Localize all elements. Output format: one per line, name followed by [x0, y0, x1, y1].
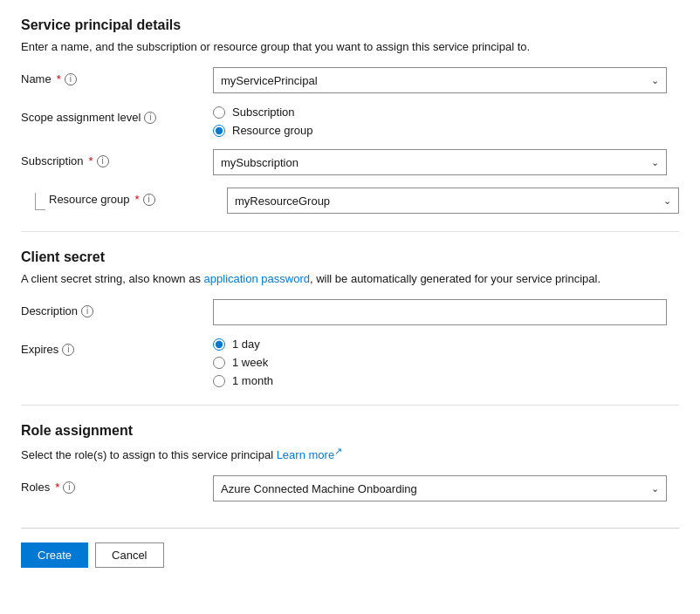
application-password-link[interactable]: application password	[204, 272, 310, 285]
name-dropdown-chevron: ⌄	[651, 75, 659, 86]
scope-resource-group-label: Resource group	[232, 124, 313, 137]
resource-group-info-icon[interactable]: i	[143, 194, 155, 206]
expires-1month-label: 1 month	[232, 374, 273, 387]
resource-group-row: Resource group * i myResourceGroup ⌄	[35, 188, 679, 214]
expires-1day-label: 1 day	[232, 338, 260, 351]
expires-1week-label: 1 week	[232, 356, 268, 369]
description-label-text: Description	[21, 304, 78, 317]
scope-control-area: Subscription Resource group	[213, 106, 679, 137]
description-info-icon[interactable]: i	[81, 305, 93, 317]
subscription-required-marker: *	[89, 154, 93, 167]
roles-info-icon[interactable]: i	[63, 481, 75, 494]
role-assignment-title: Role assignment	[21, 423, 679, 439]
roles-row: Roles * i Azure Connected Machine Onboar…	[21, 475, 679, 501]
subscription-info-icon[interactable]: i	[97, 155, 109, 167]
cancel-button[interactable]: Cancel	[95, 542, 163, 568]
scope-option-resource-group[interactable]: Resource group	[213, 124, 679, 137]
expires-option-1week[interactable]: 1 week	[213, 356, 679, 369]
expires-radio-1day[interactable]	[213, 338, 225, 351]
expires-radio-1week[interactable]	[213, 357, 225, 369]
section-divider-1	[21, 231, 679, 232]
resource-group-indent-line	[35, 193, 45, 210]
scope-subscription-label: Subscription	[232, 106, 295, 119]
scope-label-text: Scope assignment level	[21, 111, 141, 124]
name-label: Name * i	[21, 67, 213, 85]
expires-radio-1month[interactable]	[213, 375, 225, 387]
scope-radio-subscription[interactable]	[213, 106, 225, 119]
learn-more-label: Learn more	[277, 448, 334, 461]
resource-group-control-area: myResourceGroup ⌄	[227, 188, 679, 214]
learn-more-link[interactable]: Learn more↗	[277, 448, 342, 461]
expires-radio-group: 1 day 1 week 1 month	[213, 338, 679, 387]
subscription-dropdown-chevron: ⌄	[651, 157, 659, 168]
resource-group-label: Resource group * i	[49, 188, 227, 206]
resource-group-label-text: Resource group	[49, 193, 130, 206]
expires-row: Expires i 1 day 1 week 1 month	[21, 338, 679, 387]
scope-label: Scope assignment level i	[21, 106, 213, 124]
resource-group-required-marker: *	[135, 193, 140, 206]
page-title: Service principal details	[21, 17, 679, 33]
expires-control-area: 1 day 1 week 1 month	[213, 338, 679, 387]
section-divider-2	[21, 405, 679, 406]
name-dropdown[interactable]: myServicePrincipal ⌄	[213, 67, 667, 93]
roles-dropdown-value: Azure Connected Machine Onboarding	[221, 482, 417, 495]
description-control-area	[213, 299, 679, 325]
description-row: Description i	[21, 299, 679, 325]
description-label: Description i	[21, 299, 213, 317]
scope-option-subscription[interactable]: Subscription	[213, 106, 679, 119]
footer-bar: Create Cancel	[21, 528, 679, 568]
roles-dropdown[interactable]: Azure Connected Machine Onboarding ⌄	[213, 475, 667, 501]
client-secret-title: Client secret	[21, 249, 679, 265]
subscription-dropdown[interactable]: mySubscription ⌄	[213, 149, 667, 175]
subscription-label: Subscription * i	[21, 149, 213, 167]
name-required-marker: *	[57, 72, 61, 85]
scope-radio-resource-group[interactable]	[213, 125, 225, 137]
name-row: Name * i myServicePrincipal ⌄	[21, 67, 679, 93]
subscription-row: Subscription * i mySubscription ⌄	[21, 149, 679, 175]
create-button[interactable]: Create	[21, 542, 88, 568]
description-input[interactable]	[213, 299, 667, 325]
scope-info-icon[interactable]: i	[144, 112, 156, 124]
role-assignment-desc-text: Select the role(s) to assign to this ser…	[21, 448, 273, 461]
expires-option-1month[interactable]: 1 month	[213, 374, 679, 387]
resource-group-dropdown-chevron: ⌄	[663, 195, 671, 207]
external-link-icon: ↗	[334, 446, 342, 456]
expires-option-1day[interactable]: 1 day	[213, 338, 679, 351]
page-description: Enter a name, and the subscription or re…	[21, 40, 679, 53]
resource-group-dropdown-value: myResourceGroup	[235, 194, 330, 208]
subscription-control-area: mySubscription ⌄	[213, 149, 679, 175]
role-assignment-description: Select the role(s) to assign to this ser…	[21, 446, 679, 461]
resource-group-dropdown[interactable]: myResourceGroup ⌄	[227, 188, 679, 214]
name-label-text: Name	[21, 72, 51, 85]
subscription-dropdown-value: mySubscription	[221, 156, 299, 169]
scope-row: Scope assignment level i Subscription Re…	[21, 106, 679, 137]
roles-required-marker: *	[55, 481, 59, 494]
expires-label: Expires i	[21, 338, 213, 356]
roles-label: Roles * i	[21, 475, 213, 494]
roles-dropdown-chevron: ⌄	[651, 483, 659, 495]
subscription-label-text: Subscription	[21, 154, 84, 167]
name-info-icon[interactable]: i	[65, 73, 77, 85]
name-dropdown-value: myServicePrincipal	[221, 74, 318, 87]
name-control-area: myServicePrincipal ⌄	[213, 67, 679, 93]
expires-info-icon[interactable]: i	[62, 344, 74, 356]
scope-radio-group: Subscription Resource group	[213, 106, 679, 137]
client-secret-description: A client secret string, also known as ap…	[21, 272, 679, 285]
expires-label-text: Expires	[21, 343, 58, 356]
roles-label-text: Roles	[21, 481, 50, 494]
roles-control-area: Azure Connected Machine Onboarding ⌄	[213, 475, 679, 501]
